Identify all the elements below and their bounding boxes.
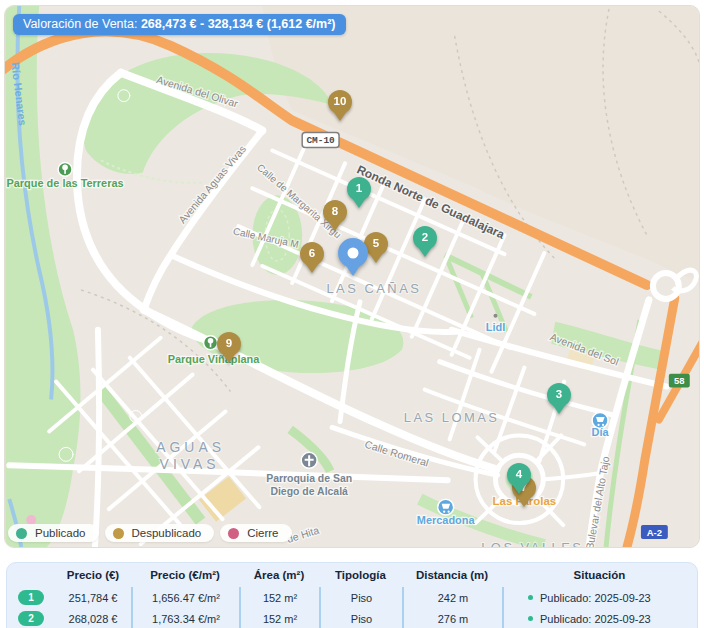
road-badge-a2: A-2	[641, 525, 668, 539]
row-badge-cell: 2	[7, 608, 55, 628]
road-badge-cm10: CM-10	[302, 133, 339, 148]
valuation-banner: Valoración de Venta: 268,473 € - 328,134…	[13, 14, 346, 35]
tree-icon	[204, 336, 218, 350]
cell-area: 152 m²	[239, 587, 319, 608]
map-marker-1[interactable]: 1	[347, 177, 371, 201]
status-dot-icon	[528, 616, 533, 621]
valuation-value: 268,473 € - 328,134 € (1,612 €/m²)	[141, 17, 336, 31]
cell-distancia: 242 m	[402, 587, 502, 608]
status-dot-icon	[528, 595, 533, 600]
area-label-las-lomas: LAS LOMAS	[404, 410, 500, 425]
status-text: Publicado: 2025-09-23	[540, 592, 651, 604]
header-distancia: Distancia (m)	[402, 563, 502, 587]
subject-property-pin[interactable]	[338, 238, 368, 268]
table-header-row: Precio (€) Precio (€/m²) Área (m²) Tipol…	[7, 563, 697, 587]
map-marker-8[interactable]: 8	[323, 200, 347, 224]
legend-item-despublicado: Despublicado	[105, 524, 215, 542]
despublicado-dot-icon	[113, 528, 124, 539]
map-legend: Publicado Despublicado Cierre	[8, 524, 292, 542]
cell-precio: 251,784 €	[55, 587, 131, 608]
legend-item-publicado: Publicado	[8, 524, 99, 542]
cell-precio: 268,028 €	[55, 608, 131, 628]
header-tipologia: Tipología	[319, 563, 402, 587]
table-row-1[interactable]: 1 251,784 € 1,656.47 €/m² 152 m² Piso 24…	[7, 587, 697, 608]
cell-precio-m2: 1,763.34 €/m²	[131, 608, 239, 628]
church-icon	[301, 452, 317, 468]
map-marker-6[interactable]: 6	[300, 242, 324, 266]
header-precio-m2: Precio (€/m²)	[131, 563, 239, 587]
map-marker-2[interactable]: 2	[413, 226, 437, 250]
cell-tipologia: Piso	[319, 587, 402, 608]
poi-label-dia: Día	[592, 426, 610, 438]
area-label-vivas: VIVAS	[160, 456, 220, 472]
legend-label: Despublicado	[132, 527, 202, 539]
cell-precio-m2: 1,656.47 €/m²	[131, 587, 239, 608]
area-label-las-canas: LAS CAÑAS	[326, 281, 421, 296]
header-precio: Precio (€)	[55, 563, 131, 587]
poi-label-vinaplana: Parque Viñaplana	[168, 353, 261, 365]
area-label-los-valles: LOS VALLES	[481, 540, 583, 547]
header-badge-spacer	[7, 563, 55, 587]
area-label-aguas: AGUAS	[156, 439, 225, 455]
publicado-dot-icon	[16, 528, 27, 539]
poi-label-parroquia-1: Parroquia de San	[266, 473, 352, 484]
map-marker-4[interactable]: 4	[507, 463, 531, 487]
poi-dot	[493, 314, 497, 318]
map-marker-10[interactable]: 10	[328, 90, 352, 114]
header-area: Área (m²)	[239, 563, 319, 587]
table-row-2[interactable]: 2 268,028 € 1,763.34 €/m² 152 m² Piso 27…	[7, 608, 697, 628]
cell-distancia: 276 m	[402, 608, 502, 628]
cell-situacion: Publicado: 2025-09-23	[502, 608, 697, 628]
status-text: Publicado: 2025-09-23	[540, 613, 651, 625]
legend-item-cierre: Cierre	[220, 524, 291, 542]
svg-text:A-2: A-2	[647, 527, 662, 538]
poi-label-parroquia-2: Diego de Alcalá	[270, 486, 348, 497]
map-canvas[interactable]: Avenida del Olivar Ronda Norte de Guadal…	[4, 5, 700, 548]
cell-area: 152 m²	[239, 608, 319, 628]
poi-label-lidl: Lidl	[486, 321, 505, 333]
valuation-label: Valoración de Venta:	[23, 17, 137, 31]
svg-text:CM-10: CM-10	[306, 135, 335, 146]
map-marker-9[interactable]: 9	[217, 332, 241, 356]
poi-label-terreras: Parque de las Terreras	[6, 177, 123, 189]
tree-icon	[58, 162, 72, 176]
legend-label: Publicado	[35, 527, 86, 539]
road-badge-58: 58	[669, 374, 690, 388]
cell-situacion: Publicado: 2025-09-23	[502, 587, 697, 608]
poi-label-mercadona: Mercadona	[417, 514, 476, 526]
row-badge-cell: 1	[7, 587, 55, 608]
row-badge: 2	[18, 611, 44, 626]
cart-icon	[438, 499, 454, 515]
comparables-table: Precio (€) Precio (€/m²) Área (m²) Tipol…	[6, 562, 698, 628]
header-situacion: Situación	[502, 563, 697, 587]
map-marker-3[interactable]: 3	[547, 383, 571, 407]
legend-label: Cierre	[247, 527, 278, 539]
row-badge: 1	[18, 590, 44, 605]
svg-text:58: 58	[674, 375, 685, 386]
cell-tipologia: Piso	[319, 608, 402, 628]
cierre-dot-icon	[228, 528, 239, 539]
